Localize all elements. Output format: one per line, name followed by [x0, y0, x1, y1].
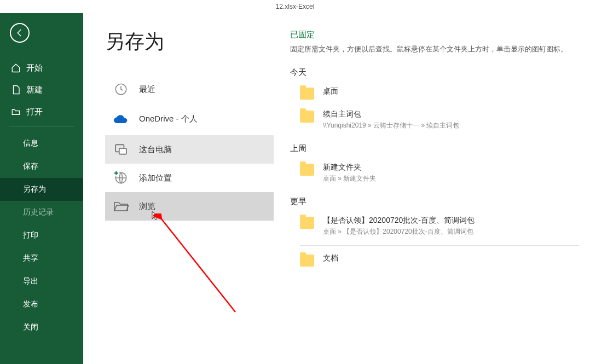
browse-folder-icon	[113, 198, 129, 215]
open-icon	[11, 107, 21, 117]
pc-icon	[113, 141, 129, 158]
file-name: 12.xlsx	[276, 3, 296, 10]
group-older: 更早	[290, 197, 579, 207]
sidebar-info[interactable]: 信息	[0, 132, 83, 155]
sidebar-save[interactable]: 保存	[0, 155, 83, 178]
back-arrow-icon	[15, 28, 25, 38]
folder-batch-name: 【是否认领】20200720批次-百度、简调词包	[323, 216, 475, 226]
folder-newfolder-path: 桌面 » 新建文件夹	[323, 174, 376, 183]
location-addplace-label: 添加位置	[139, 173, 172, 183]
clock-icon	[113, 81, 129, 97]
back-button[interactable]	[10, 23, 30, 43]
folder-xuzi-name: 续自主词包	[323, 109, 459, 119]
folder-xuzi-path: \\Yunqishi2019 » 云骑士存储十一 » 续自主词包	[323, 121, 459, 130]
sidebar-publish[interactable]: 发布	[0, 293, 83, 316]
folder-icon	[300, 164, 314, 176]
new-icon	[11, 85, 21, 95]
folder-icon	[300, 88, 314, 100]
folder-xuzi[interactable]: 续自主词包 \\Yunqishi2019 » 云骑士存储十一 » 续自主词包	[290, 105, 579, 136]
folder-desktop-name: 桌面	[323, 86, 338, 96]
page-title: 另存为	[105, 28, 274, 55]
sidebar-home-label: 开始	[26, 63, 43, 73]
location-onedrive-label: OneDrive - 个人	[139, 114, 198, 123]
folder-newfolder-name: 新建文件夹	[323, 163, 376, 172]
sidebar-new-label: 新建	[26, 85, 43, 95]
folder-icon	[300, 217, 314, 229]
sidebar-open-label: 打开	[26, 107, 43, 117]
location-thispc-label: 这台电脑	[139, 145, 172, 155]
locations-column: 另存为 最近 OneDrive - 个人	[105, 28, 274, 364]
folder-separator	[300, 245, 579, 246]
folder-docs-name: 文档	[323, 253, 338, 263]
sidebar-print[interactable]: 打印	[0, 224, 83, 247]
location-addplace[interactable]: 添加位置	[105, 164, 274, 192]
group-lastweek: 上周	[290, 143, 579, 154]
folder-batch-path: 桌面 » 【是否认领】20200720批次-百度、简调词包	[323, 227, 475, 236]
location-recent[interactable]: 最近	[105, 75, 274, 103]
add-place-icon	[113, 170, 129, 186]
title-bar: 12.xlsx - Excel	[0, 0, 590, 13]
backstage-sidebar: 开始 新建 打开 信息 保存 另存为 历史记录 打印 共享 导出 发布 关闭	[0, 13, 83, 364]
folder-batch[interactable]: 【是否认领】20200720批次-百度、简调词包 桌面 » 【是否认领】2020…	[290, 211, 579, 242]
app-name: Excel	[298, 3, 314, 10]
cloud-icon	[113, 111, 129, 128]
pinned-description: 固定所需文件夹，方便以后查找。鼠标悬停在某个文件夹上方时，单击显示的图钉图标。	[290, 44, 579, 54]
sidebar-share[interactable]: 共享	[0, 247, 83, 270]
folder-icon	[300, 255, 314, 267]
sidebar-divider	[9, 126, 74, 126]
sidebar-home[interactable]: 开始	[0, 57, 83, 79]
sidebar-open[interactable]: 打开	[0, 101, 83, 123]
pinned-heading: 已固定	[290, 30, 579, 40]
location-browse[interactable]: 浏览	[105, 192, 274, 221]
folder-docs[interactable]: 文档	[290, 249, 579, 272]
content-area: 另存为 最近 OneDrive - 个人	[83, 13, 590, 364]
folder-newfolder[interactable]: 新建文件夹 桌面 » 新建文件夹	[290, 158, 579, 189]
sidebar-export[interactable]: 导出	[0, 270, 83, 293]
sidebar-close[interactable]: 关闭	[0, 316, 83, 339]
home-icon	[11, 63, 21, 73]
folders-column: 已固定 固定所需文件夹，方便以后查找。鼠标悬停在某个文件夹上方时，单击显示的图钉…	[290, 28, 590, 364]
folder-icon	[300, 111, 314, 123]
sidebar-saveas[interactable]: 另存为	[0, 178, 83, 201]
location-recent-label: 最近	[139, 84, 155, 95]
group-today: 今天	[290, 67, 579, 78]
location-onedrive[interactable]: OneDrive - 个人	[105, 103, 274, 135]
location-browse-label: 浏览	[139, 201, 155, 212]
sidebar-history[interactable]: 历史记录	[0, 201, 83, 224]
sidebar-new[interactable]: 新建	[0, 79, 83, 101]
svg-rect-2	[119, 148, 126, 154]
location-thispc[interactable]: 这台电脑	[105, 135, 274, 164]
folder-desktop[interactable]: 桌面	[290, 82, 579, 105]
